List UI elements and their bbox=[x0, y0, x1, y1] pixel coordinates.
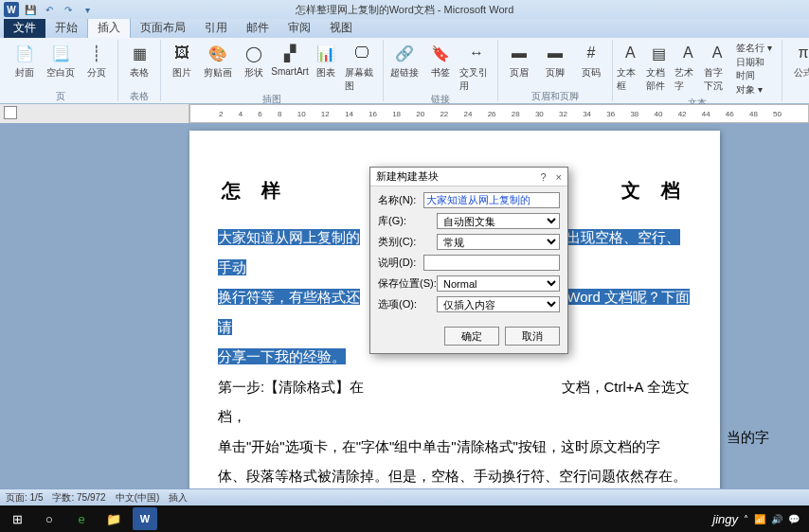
tray-up-icon[interactable]: ˄ bbox=[744, 514, 748, 524]
library-select[interactable]: 自动图文集 bbox=[437, 213, 560, 229]
horizontal-ruler[interactable]: 2 4 6 8 10 12 14 16 18 20 22 24 26 28 30… bbox=[189, 104, 809, 123]
tab-mailings[interactable]: 邮件 bbox=[237, 18, 279, 38]
ribbon-button[interactable]: A文本框 bbox=[617, 40, 644, 93]
watermark: jingy bbox=[712, 512, 738, 526]
ribbon-button[interactable]: 🔖书签 bbox=[423, 40, 458, 80]
status-bar: 页面: 1/5 字数: 75/972 中文(中国) 插入 bbox=[0, 488, 809, 505]
tab-file[interactable]: 文件 bbox=[4, 18, 45, 38]
undo-icon[interactable]: ↶ bbox=[42, 2, 57, 17]
ribbon-button[interactable]: ▞SmartArt bbox=[273, 40, 307, 77]
savein-select[interactable]: Normal bbox=[437, 275, 560, 292]
ribbon-icon: 📃 bbox=[49, 42, 72, 64]
status-language[interactable]: 中文(中国) bbox=[116, 491, 160, 505]
name-field[interactable] bbox=[423, 192, 560, 208]
ribbon: 📄封面📃空白页┊分页页▦表格表格🖼图片🎨剪贴画◯形状▞SmartArt📊图表🖵屏… bbox=[0, 38, 809, 104]
tab-review[interactable]: 审阅 bbox=[279, 18, 320, 38]
status-insertmode[interactable]: 插入 bbox=[169, 491, 188, 505]
ribbon-button[interactable]: 🖵屏幕截图 bbox=[345, 40, 379, 93]
ribbon-button[interactable]: A艺术字 bbox=[674, 40, 702, 93]
save-icon[interactable]: 💾 bbox=[23, 2, 38, 17]
close-icon[interactable]: × bbox=[556, 171, 562, 183]
ribbon-button-label: 图表 bbox=[316, 66, 335, 80]
ribbon-icon: ◯ bbox=[243, 42, 265, 64]
ribbon-icon: 🖵 bbox=[351, 42, 373, 64]
ribbon-button-label: 图片 bbox=[172, 66, 191, 80]
ribbon-icon: 🖼 bbox=[171, 42, 193, 64]
notification-icon[interactable]: 💬 bbox=[788, 514, 800, 524]
ribbon-button[interactable]: ▬页眉 bbox=[502, 40, 536, 80]
status-page[interactable]: 页面: 1/5 bbox=[6, 491, 43, 505]
ribbon-button-label: 分页 bbox=[87, 66, 106, 80]
ribbon-button[interactable]: A首字下沉 bbox=[704, 40, 731, 93]
ribbon-group: π公式Ω符号#编号符号 bbox=[782, 40, 809, 101]
ribbon-side-item[interactable]: 签名行 ▾ bbox=[736, 42, 774, 55]
heading-left: 怎 样 bbox=[222, 180, 288, 201]
highlighted-text: 分享一下我的经验。 bbox=[218, 348, 346, 364]
ribbon-button[interactable]: ▦表格 bbox=[122, 40, 156, 80]
ribbon-side-item[interactable]: 日期和时间 bbox=[736, 56, 774, 82]
network-icon[interactable]: 📶 bbox=[754, 514, 765, 524]
ribbon-button-label: 屏幕截图 bbox=[345, 66, 379, 93]
ribbon-button[interactable]: ▤文档部件 bbox=[646, 40, 674, 93]
ribbon-icon: ▤ bbox=[648, 42, 671, 64]
ribbon-button[interactable]: π公式 bbox=[786, 40, 809, 80]
explorer-icon[interactable]: 📁 bbox=[100, 507, 127, 530]
ribbon-button[interactable]: ◯形状 bbox=[237, 40, 271, 80]
cancel-button[interactable]: 取消 bbox=[505, 327, 560, 346]
ribbon-icon: ▬ bbox=[508, 42, 530, 64]
ribbon-group: 🔗超链接🔖书签↔交叉引用链接 bbox=[384, 40, 498, 101]
ribbon-icon: ↔ bbox=[465, 42, 488, 64]
paragraph-5: 单击"开始"选项卡，在"字体"组中单击"清除格式"按钮，这时原文档的字 bbox=[218, 432, 692, 462]
ribbon-button[interactable]: 📊图表 bbox=[309, 40, 343, 80]
ribbon-icon: A bbox=[619, 42, 641, 64]
ribbon-button[interactable]: #页码 bbox=[574, 40, 608, 80]
left-gutter bbox=[0, 123, 189, 505]
start-button[interactable]: ⊞ bbox=[4, 507, 30, 530]
ribbon-button[interactable]: ↔交叉引用 bbox=[459, 40, 494, 93]
ribbon-side-item[interactable]: 对象 ▾ bbox=[736, 83, 774, 97]
edge-icon[interactable]: e bbox=[68, 507, 95, 530]
help-icon[interactable]: ? bbox=[540, 171, 546, 183]
options-select[interactable]: 仅插入内容 bbox=[437, 296, 560, 312]
ribbon-button[interactable]: 📄封面 bbox=[8, 40, 42, 80]
windows-taskbar: ⊞ ○ e 📁 W jingy ˄ 📶 🔊 💬 bbox=[0, 505, 809, 532]
volume-icon[interactable]: 🔊 bbox=[771, 514, 782, 524]
cortana-icon[interactable]: ○ bbox=[36, 507, 63, 530]
redo-icon[interactable]: ↷ bbox=[61, 2, 76, 17]
ribbon-button[interactable]: 🖼图片 bbox=[165, 40, 199, 80]
ribbon-button-label: 首字下沉 bbox=[704, 66, 731, 93]
ribbon-button[interactable]: 🔗超链接 bbox=[387, 40, 422, 80]
ribbon-group-label: 页眉和页脚 bbox=[531, 90, 579, 101]
ribbon-button[interactable]: ┊分页 bbox=[80, 40, 114, 80]
ribbon-button[interactable]: 🎨剪贴画 bbox=[201, 40, 235, 80]
tab-view[interactable]: 视图 bbox=[320, 18, 362, 38]
category-select[interactable]: 常规 bbox=[437, 234, 560, 250]
tab-references[interactable]: 引用 bbox=[195, 18, 237, 38]
ribbon-button-label: 页码 bbox=[582, 66, 601, 80]
highlighted-text: 换行符等，有些格式还 bbox=[218, 289, 360, 305]
ribbon-icon: A bbox=[706, 42, 728, 64]
description-label: 说明(D): bbox=[378, 256, 423, 270]
tab-insert[interactable]: 插入 bbox=[87, 17, 131, 38]
description-field[interactable] bbox=[423, 255, 560, 271]
tab-home[interactable]: 开始 bbox=[45, 18, 87, 38]
ribbon-group: ▬页眉▬页脚#页码页眉和页脚 bbox=[498, 40, 613, 101]
overflow-text: 当的字 bbox=[727, 429, 769, 447]
qat-dropdown-icon[interactable]: ▾ bbox=[80, 2, 95, 17]
ribbon-button-label: 艺术字 bbox=[674, 66, 702, 93]
ribbon-icon: 📊 bbox=[315, 42, 337, 64]
highlighted-text: 大家知道从网上复制的 bbox=[218, 229, 360, 245]
ribbon-button[interactable]: 📃空白页 bbox=[44, 40, 78, 80]
tab-layout[interactable]: 页面布局 bbox=[131, 18, 195, 38]
dialog-title: 新建构建基块 bbox=[376, 169, 439, 184]
category-label: 类别(C): bbox=[378, 235, 437, 249]
ribbon-tabs: 文件 开始 插入 页面布局 引用 邮件 审阅 视图 bbox=[0, 19, 809, 38]
status-words[interactable]: 字数: 75/972 bbox=[52, 491, 105, 505]
ruler-area: 2 4 6 8 10 12 14 16 18 20 22 24 26 28 30… bbox=[0, 104, 809, 123]
ok-button[interactable]: 确定 bbox=[444, 327, 499, 346]
savein-label: 保存位置(S): bbox=[378, 276, 437, 291]
ribbon-icon: π bbox=[792, 42, 809, 64]
word-taskbar-icon[interactable]: W bbox=[133, 507, 157, 530]
dialog-titlebar[interactable]: 新建构建基块 ? × bbox=[370, 168, 567, 186]
ribbon-button[interactable]: ▬页脚 bbox=[538, 40, 572, 80]
